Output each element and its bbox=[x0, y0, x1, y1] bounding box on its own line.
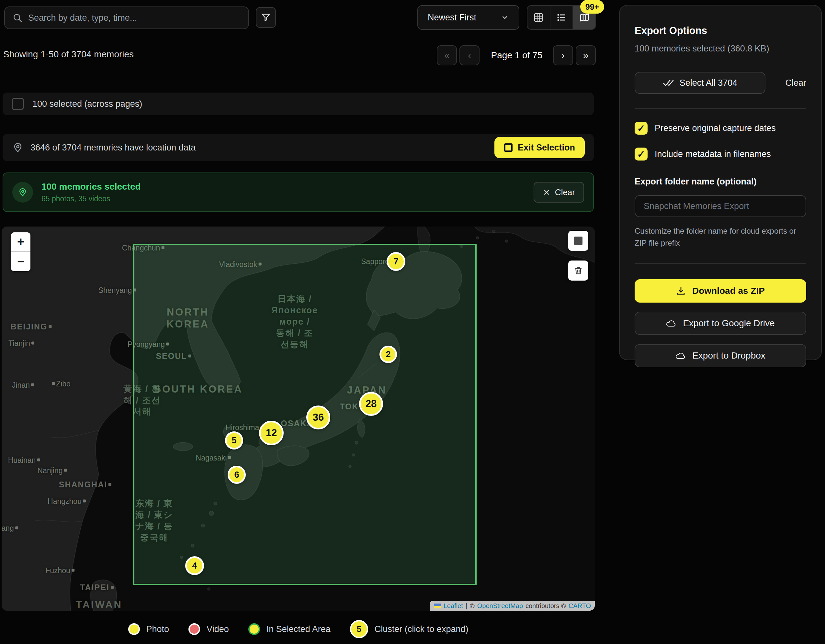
leaflet-link[interactable]: Leaflet bbox=[443, 602, 463, 610]
city-dot bbox=[49, 325, 52, 328]
panel-subtitle: 100 memories selected (360.8 KB) bbox=[635, 44, 806, 54]
map-label-chang: chang bbox=[2, 524, 19, 533]
folder-name-label: Export folder name (optional) bbox=[635, 177, 806, 187]
last-page-button[interactable]: » bbox=[576, 45, 596, 65]
legend-label: Video bbox=[207, 624, 229, 634]
city-dot bbox=[83, 500, 86, 502]
map-zoom-control: + − bbox=[11, 233, 31, 271]
memories-map[interactable]: ChangchunVladivostokShenyangPyongyangSEO… bbox=[2, 226, 595, 611]
export-gdrive-button[interactable]: Export to Google Drive bbox=[635, 312, 806, 335]
trash-icon bbox=[573, 266, 583, 276]
cloud-icon bbox=[675, 351, 686, 360]
view-list-button[interactable] bbox=[550, 6, 573, 29]
map-cluster-marker[interactable]: 36 bbox=[306, 405, 330, 430]
legend-item-photo: Photo bbox=[128, 623, 169, 635]
city-dot bbox=[15, 527, 18, 530]
video-swatch-icon bbox=[188, 623, 200, 635]
ukraine-flag-icon bbox=[434, 604, 441, 609]
divider bbox=[635, 108, 806, 109]
view-grid-button[interactable] bbox=[527, 6, 550, 29]
city-dot bbox=[111, 586, 114, 589]
select-all-button[interactable]: Select All 3704 bbox=[635, 72, 765, 94]
pin-icon bbox=[18, 187, 28, 197]
map-cluster-marker[interactable]: 6 bbox=[228, 466, 246, 484]
city-dot bbox=[31, 342, 34, 345]
city-dot bbox=[31, 384, 34, 387]
checked-checkbox[interactable]: ✓ bbox=[635, 122, 647, 135]
checked-checkbox[interactable]: ✓ bbox=[635, 148, 647, 160]
city-dot bbox=[64, 469, 67, 472]
page-indicator: Page 1 of 75 bbox=[491, 50, 543, 60]
next-page-button[interactable]: › bbox=[553, 45, 573, 65]
location-pin-icon bbox=[12, 142, 23, 153]
carto-link[interactable]: CARTO bbox=[569, 602, 591, 610]
legend-item-cluster-s: 5Cluster (click to expand) bbox=[350, 620, 468, 638]
export-option-row[interactable]: ✓Preserve original capture dates bbox=[635, 122, 806, 135]
select-across-pages-row: 100 selected (across pages) bbox=[3, 92, 594, 115]
zoom-in-button[interactable]: + bbox=[11, 233, 31, 252]
location-data-row: 3646 of 3704 memories have location data… bbox=[3, 134, 594, 161]
panel-title: Export Options bbox=[635, 25, 806, 37]
sort-value: Newest First bbox=[428, 12, 476, 23]
map-label-hangzhou: Hangzhou bbox=[48, 497, 87, 506]
filter-icon bbox=[261, 12, 271, 22]
clear-selection-button[interactable]: Clear bbox=[534, 182, 584, 203]
export-option-label: Preserve original capture dates bbox=[655, 123, 776, 133]
double-check-icon bbox=[663, 79, 674, 87]
map-cluster-marker[interactable]: 2 bbox=[380, 346, 397, 363]
search-input[interactable] bbox=[28, 13, 241, 23]
photo-swatch-icon bbox=[128, 623, 140, 635]
square-icon bbox=[504, 143, 513, 152]
map-count-badge: 99+ bbox=[580, 0, 604, 14]
map-label-beijing: BEIJING bbox=[10, 322, 53, 331]
city-dot bbox=[37, 459, 40, 461]
selected-count-breakdown: 65 photos, 35 videos bbox=[42, 194, 141, 203]
map-cluster-marker[interactable]: 5 bbox=[225, 431, 243, 450]
cloud-icon bbox=[666, 319, 677, 328]
export-options-panel: Export Options 100 memories selected (36… bbox=[619, 5, 822, 360]
map-label-fuzhou: Fuzhou bbox=[45, 566, 76, 575]
list-icon bbox=[556, 12, 567, 23]
map-cluster-marker[interactable]: 12 bbox=[259, 421, 284, 445]
chevron-down-icon bbox=[501, 13, 509, 22]
map-cluster-marker[interactable]: 4 bbox=[185, 556, 204, 575]
map-label-zibo: Zibo bbox=[51, 380, 71, 388]
folder-name-input[interactable] bbox=[635, 195, 806, 217]
selected-swatch-icon bbox=[248, 623, 260, 635]
map-cluster-marker[interactable]: 28 bbox=[359, 392, 383, 416]
export-option-row[interactable]: ✓Include metadata in filenames bbox=[635, 148, 806, 160]
download-zip-button[interactable]: Download as ZIP bbox=[635, 279, 806, 303]
map-attribution: Leaflet | © OpenStreetMap contributors ©… bbox=[430, 601, 595, 611]
city-dot bbox=[108, 483, 111, 486]
location-data-label: 3646 of 3704 memories have location data bbox=[31, 143, 196, 153]
map-cluster-marker[interactable]: 7 bbox=[386, 252, 405, 271]
filter-button[interactable] bbox=[256, 7, 276, 28]
select-across-pages-label: 100 selected (across pages) bbox=[32, 99, 142, 109]
exit-selection-button[interactable]: Exit Selection bbox=[494, 137, 585, 158]
map-label-taiwan: TAIWAN bbox=[76, 599, 122, 611]
legend-item-video: Video bbox=[188, 623, 229, 635]
app-root: Newest First 99+ Showing 1-50 of 3704 me… bbox=[0, 0, 825, 644]
prev-page-button[interactable]: ‹ bbox=[459, 45, 479, 65]
panel-clear-button[interactable]: Clear bbox=[785, 78, 806, 88]
delete-selection-button[interactable] bbox=[568, 260, 588, 280]
zoom-out-button[interactable]: − bbox=[11, 252, 31, 271]
map-label-nanjing: Nanjing bbox=[37, 466, 68, 475]
selected-memories-banner: 100 memories selected 65 photos, 35 vide… bbox=[3, 173, 594, 212]
first-page-button[interactable]: « bbox=[437, 45, 457, 65]
folder-name-help: Customize the folder name for cloud expo… bbox=[635, 225, 806, 249]
legend-label: Cluster (click to expand) bbox=[375, 624, 468, 634]
draw-rectangle-button[interactable] bbox=[568, 231, 588, 251]
osm-link[interactable]: OpenStreetMap bbox=[477, 602, 523, 610]
search-box[interactable] bbox=[4, 6, 249, 29]
city-dot bbox=[52, 382, 55, 385]
sort-select[interactable]: Newest First bbox=[417, 5, 519, 30]
map-label-tianjin: Tianjin bbox=[8, 339, 36, 348]
download-icon bbox=[676, 286, 686, 296]
select-across-pages-checkbox[interactable] bbox=[12, 98, 24, 110]
cluster-s-swatch-icon: 5 bbox=[350, 620, 368, 638]
legend-item-selected: In Selected Area bbox=[248, 623, 331, 635]
selected-count-title: 100 memories selected bbox=[42, 182, 141, 192]
divider bbox=[635, 263, 806, 264]
export-dropbox-button[interactable]: Export to Dropbox bbox=[635, 344, 806, 367]
